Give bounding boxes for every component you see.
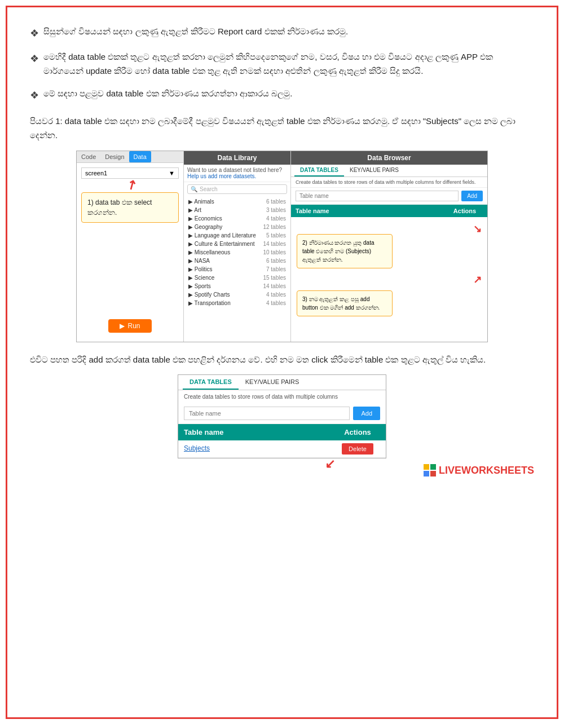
footer: LIVEWORKSHEETS [30,458,534,476]
list-item[interactable]: ▶ Miscellaneous10 tables [184,248,290,257]
tab-key-value[interactable]: KEY/VALUE PAIRS [344,165,404,177]
s2-table-name-input[interactable] [184,407,350,420]
s2-col-header-name: Table name [178,424,329,440]
list-item[interactable]: ▶ Transportation4 tables [184,299,290,307]
tab-data[interactable]: Data [129,151,151,162]
screenshot2: ↙ DATA TABLES KEY/VALUE PAIRS Create dat… [178,374,386,458]
col-header-actions: Actions [442,205,487,217]
s2-table-header: Table name Actions [178,424,386,440]
svg-rect-2 [424,471,429,476]
list-item[interactable]: ▶ Geography12 tables [184,223,290,231]
annotation-left-text: 1) data tab එක select කරගන්න. [87,198,152,217]
table-add-row: Add [291,188,487,205]
annotation-3: 3) නම ඇතුළත් කළ පසු add button එක මගින් … [297,290,393,316]
bullet-item-2: ❖ මෙහිදී data table එකක් තුළට ඇතුළත් කරන… [30,50,534,78]
arrow-indicator-3: ↗ [473,273,482,286]
s2-delete-button[interactable]: Delete [342,443,373,455]
s2-tab-key-value[interactable]: KEY/VALUE PAIRS [239,375,306,390]
para-after: එවිට පහත පරිදි add කරගත් data table එක ප… [30,352,534,367]
screenshot1: Code Design Data screen1 ▼ ↗ 1) data tab… [76,151,488,342]
annotation-left: 1) data tab එක select කරගන්න. [81,192,179,223]
panel-subtext: Want to use a dataset not listed here? H… [184,165,290,182]
tab-code[interactable]: Code [77,151,100,162]
s2-add-button[interactable]: Add [353,407,380,420]
s2-tab-data-tables[interactable]: DATA TABLES [183,375,239,390]
tab-bar: Code Design Data [77,151,183,163]
annotation-2: 2) නිර්මාණය කරගත යුතු data table එකෙහි න… [297,234,393,268]
tab-data-tables[interactable]: DATA TABLES [294,165,344,177]
panel-subtext-text: Want to use a dataset not listed here? [187,167,282,173]
para-after-text: එවිට පහත පරිදි add කරගත් data table එක ප… [30,355,486,364]
list-item[interactable]: ▶ NASA6 tables [184,257,290,265]
data-browser-header: Data Browser [291,151,487,165]
data-library-header: Data Library [184,151,290,165]
liveworksheets-logo-icon [424,464,436,476]
add-button-1[interactable]: Add [461,191,483,201]
right-panel: Data Browser DATA TABLES KEY/VALUE PAIRS… [291,151,487,342]
footer-logo: LIVEWORKSHEETS [424,464,534,476]
run-button[interactable]: ▶ Run [108,319,151,333]
bullet-item-3: ❖ මේ සඳහා පළමුව data table එක නිර්මාණය ක… [30,86,534,104]
bullet-diamond-1: ❖ [30,25,39,42]
tab-design[interactable]: Design [100,151,129,162]
bullet-diamond-2: ❖ [30,51,39,67]
step-intro: පියවර 1: data table එක සඳහා නම ලබාදීමේදී… [30,114,534,143]
step-intro-text: පියවර 1: data table එක සඳහා නම ලබාදීමේදී… [30,116,515,140]
list-item[interactable]: ▶ Culture & Entertainment14 tables [184,240,290,248]
bullet-section: ❖ සිසුන්ගේ විෂයයන් සඳහා ලකුණු ඇතුළත් කිර… [30,24,534,104]
footer-brand-live: LIVE [439,465,461,476]
annotation-3-text: 3) නම ඇතුළත් කළ පසු add button එක මගින් … [302,296,380,311]
logo-box [424,464,436,476]
bullet-text-1: සිසුන්ගේ විෂයයන් සඳහා ලකුණු ඇතුළත් කිරීම… [43,24,348,39]
list-item[interactable]: ▶ Spotify Charts4 tables [184,290,290,299]
help-link[interactable]: Help us add more datasets. [187,173,256,179]
list-item[interactable]: ▶ Sports14 tables [184,282,290,290]
annotation-2-text: 2) නිර්මාණය කරගත යුතු data table එකෙහි න… [302,240,374,263]
s2-cell-action: Delete [329,440,386,457]
list-item[interactable]: ▶ Art3 tables [184,206,290,214]
run-label: Run [127,322,140,330]
list-item[interactable]: ▶ Language and Literature5 tables [184,231,290,240]
footer-brand-text: LIVEWORKSHEETS [439,465,534,476]
bullet-item-1: ❖ සිසුන්ගේ විෂයයන් සඳහා ලකුණු ඇතුළත් කිර… [30,24,534,42]
svg-rect-3 [430,471,436,476]
bullet-text-2: මෙහිදී data table එකක් තුළට ඇතුළත් කරනා … [43,50,534,78]
table-name-input[interactable] [296,191,459,201]
search-bar[interactable]: 🔍 Search [187,184,287,194]
footer-brand-worksheets: WORKSHEETS [461,465,534,476]
svg-rect-1 [430,464,436,470]
s2-tabs: DATA TABLES KEY/VALUE PAIRS [178,375,386,390]
arrow-indicator-subjects: ↙ [325,457,335,471]
browser-desc: Create data tables to store rows of data… [291,177,487,188]
list-item[interactable]: ▶ Science15 tables [184,273,290,282]
list-item[interactable]: ▶ Economics4 tables [184,214,290,223]
middle-panel: Data Library Want to use a dataset not l… [184,151,291,342]
run-icon: ▶ [120,322,125,330]
arrow-indicator-2: ↙ [473,223,482,235]
left-panel: Code Design Data screen1 ▼ ↗ 1) data tab… [77,151,184,342]
s2-col-header-actions: Actions [329,424,386,440]
s2-table-row: Subjects Delete [178,440,386,458]
list-item[interactable]: ▶ Politics7 tables [184,265,290,273]
col-header-name: Table name [291,205,442,217]
bullet-text-3: මේ සඳහා පළමුව data table එක නිර්මාණය කරග… [43,86,292,101]
page-border: ❖ සිසුන්ගේ විෂයයන් සඳහා ලකුණු ඇතුළත් කිර… [6,6,558,719]
search-icon: 🔍 [191,186,197,192]
s2-subjects-link[interactable]: Subjects [178,440,329,457]
run-button-container: ▶ Run [81,312,179,337]
chevron-down-icon: ▼ [169,170,175,177]
browser-tabs: DATA TABLES KEY/VALUE PAIRS [291,165,487,177]
table-header-row: Table name Actions [291,205,487,217]
s2-desc: Create data tables to store rows of data… [178,390,386,403]
search-placeholder: Search [200,186,218,192]
screen-label: screen1 [85,170,107,177]
data-list: ▶ Animals6 tables ▶ Art3 tables ▶ Econom… [184,196,290,342]
s2-add-row: Add [178,403,386,424]
svg-rect-0 [424,464,429,470]
list-item[interactable]: ▶ Animals6 tables [184,197,290,206]
bullet-diamond-3: ❖ [30,87,39,104]
phone-screen: screen1 ▼ ↗ 1) data tab එක select කරගන්න… [77,163,183,342]
